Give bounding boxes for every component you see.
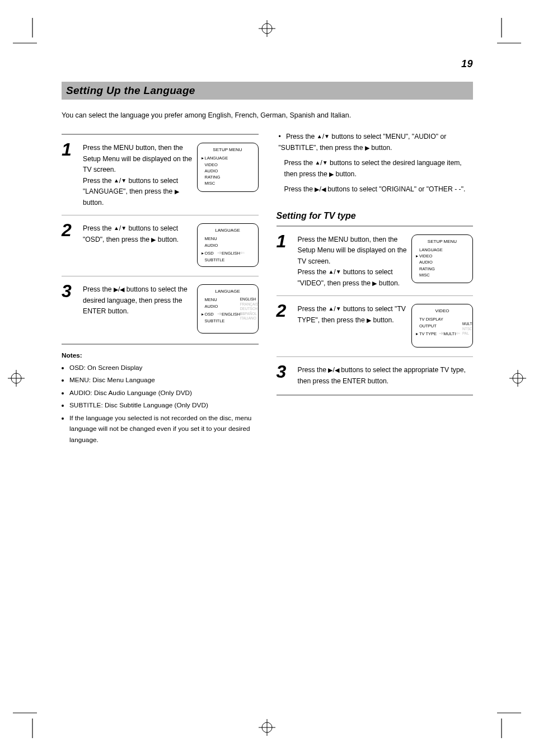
note-item: OSD: On Screen Display [69, 363, 259, 373]
step-text: Press the [298, 268, 329, 276]
panel-item: AUDIO [205, 243, 218, 248]
section-banner: Setting Up the Language [62, 82, 473, 100]
panel-item: OUTPUT [419, 323, 437, 328]
panel-item: MENU [205, 297, 217, 302]
panel-item: SUBTITLE [205, 318, 225, 323]
right-icon: ▶ [328, 367, 332, 373]
tv-type-heading: Setting for TV type [277, 211, 474, 221]
down-icon: ▼ [324, 133, 330, 139]
page-number: 19 [461, 58, 473, 70]
up-icon: ▲ [328, 306, 334, 312]
notes-block: Notes: OSD: On Screen Display MENU: Disc… [62, 350, 259, 445]
note-item: MENU: Disc Menu Language [69, 375, 259, 386]
panel-item: AUDIO [205, 304, 218, 309]
panel-item: MENU [205, 236, 217, 241]
panel-item: RATING [205, 175, 221, 180]
step-number: 2 [277, 302, 292, 320]
type-option: NTSC [462, 327, 473, 331]
step-text: button. [156, 236, 179, 243]
type-option: PAL [462, 332, 473, 336]
left-column: 1 SETUP MENU ▸LANGUAGE VIDEO AUDIO RATIN… [62, 126, 259, 447]
arrow-left-icon: ⇐ [456, 330, 460, 336]
panel-item: LANGUAGE [205, 156, 228, 161]
step-text: Press the MENU button, then the Setup Me… [83, 144, 192, 173]
up-icon: ▲ [315, 159, 320, 166]
bullet-item: Press the ▲/▼ buttons to select the desi… [279, 158, 474, 180]
panel-item: LANGUAGE [419, 247, 443, 252]
right-step-1: 1 SETUP MENU LANGUAGE ▸VIDEO AUDIO RATIN… [277, 232, 474, 289]
panel-value: ENGLISH [222, 251, 240, 256]
panel-item: AUDIO [419, 260, 433, 265]
right-step-3: 3 Press the ▶/◀ buttons to select the ap… [277, 363, 474, 387]
panel-item: VIDEO [419, 253, 432, 259]
tv-type-list: MULTI NTSC PAL [462, 322, 473, 336]
step-number: 3 [62, 282, 77, 300]
left-step-2: 2 LANGUAGE MENU AUDIO ▸OSD ➔ENGLISH⇐ SUB… [62, 221, 259, 269]
step-text: Press the [298, 366, 329, 374]
up-icon: ▲ [328, 269, 334, 275]
down-icon: ▼ [121, 225, 127, 231]
left-icon: ◀ [335, 367, 339, 373]
step-text: Press the [83, 177, 114, 185]
arrow-right-icon: ➔ [217, 250, 221, 256]
panel-value: ENGLISH [222, 312, 240, 317]
panel-title: LANGUAGE [202, 288, 254, 295]
panel-item: RATING [419, 266, 435, 271]
arrow-left-icon: ⇐ [240, 250, 244, 256]
lang-option: ENGLISH [240, 297, 259, 302]
video-panel: VIDEO TV DISPLAY OUTPUT ▸TV TYPE ➔MULTI⇐… [411, 304, 473, 348]
lang-option: FRANÇAIS [240, 302, 259, 307]
right-icon: ▶ [114, 286, 118, 293]
panel-item: OSD [205, 312, 214, 317]
left-step-3: 3 LANGUAGE MENU AUDIO ▸OSD ➔ENGLISH⇐ SUB… [62, 282, 259, 336]
step-text: Press the [83, 285, 114, 293]
language-panel: LANGUAGE MENU AUDIO ▸OSD ➔ENGLISH⇐ SUBTI… [197, 223, 259, 267]
up-icon: ▲ [114, 177, 119, 184]
panel-item: MISC [205, 181, 216, 186]
panel-item: TV TYPE [419, 331, 437, 336]
panel-item: SUBTITLE [205, 257, 225, 262]
bullet-item: • Press the ▲/▼ buttons to select "MENU"… [279, 132, 474, 153]
panel-item: OSD [205, 251, 214, 256]
setup-menu-panel: SETUP MENU LANGUAGE ▸VIDEO AUDIO RATING … [411, 234, 473, 283]
left-icon: ◀ [321, 186, 326, 192]
lang-option: ITALIANO [240, 316, 259, 321]
arrow-right-icon: ➔ [439, 330, 443, 336]
right-icon: ▶ [315, 186, 319, 192]
step-text: button. [83, 199, 104, 206]
language-panel-expanded: LANGUAGE MENU AUDIO ▸OSD ➔ENGLISH⇐ SUBTI… [197, 284, 259, 334]
down-icon: ▼ [336, 306, 341, 312]
setup-menu-panel: SETUP MENU ▸LANGUAGE VIDEO AUDIO RATING … [197, 143, 259, 191]
step-text: button. [377, 279, 400, 287]
panel-title: SETUP MENU [416, 238, 469, 245]
panel-title: LANGUAGE [202, 227, 254, 234]
left-step-1: 1 SETUP MENU ▸LANGUAGE VIDEO AUDIO RATIN… [62, 140, 259, 208]
type-option: MULTI [462, 322, 473, 327]
step-text: button. [371, 316, 394, 324]
bullet-item: Press the ▶/◀ buttons to select "ORIGINA… [279, 184, 474, 195]
panel-title: VIDEO [416, 308, 469, 314]
step-text: Press the [83, 224, 114, 232]
panel-item: AUDIO [205, 168, 218, 173]
up-icon: ▲ [114, 225, 119, 231]
panel-value: MULTI [443, 331, 456, 336]
right-icon: ▶ [367, 317, 371, 323]
lead-text: You can select the language you prefer a… [62, 110, 473, 121]
step-number: 1 [62, 140, 77, 158]
panel-item: TV DISPLAY [419, 317, 443, 322]
step-text: Press the MENU button, then the Setup Me… [298, 236, 407, 265]
note-item: SUBTITLE: Disc Subtitle Language (Only D… [69, 400, 259, 411]
right-icon: ▶ [329, 171, 334, 177]
step-number: 3 [277, 363, 292, 381]
right-column: • Press the ▲/▼ buttons to select "MENU"… [277, 126, 474, 447]
panel-item: MISC [419, 273, 430, 278]
lang-option: ESPAÑOL [240, 312, 259, 316]
right-step-2: 2 VIDEO TV DISPLAY OUTPUT ▸TV TYPE ➔MULT… [277, 302, 474, 350]
notes-heading: Notes: [62, 350, 259, 361]
step-text: Press the [298, 305, 329, 313]
right-icon: ▶ [175, 188, 179, 195]
language-list: ENGLISH FRANÇAIS DEUTSCH ESPAÑOL ITALIAN… [240, 297, 259, 321]
arrow-right-icon: ➔ [217, 311, 221, 317]
down-icon: ▼ [336, 269, 341, 275]
step-number: 1 [277, 232, 292, 250]
